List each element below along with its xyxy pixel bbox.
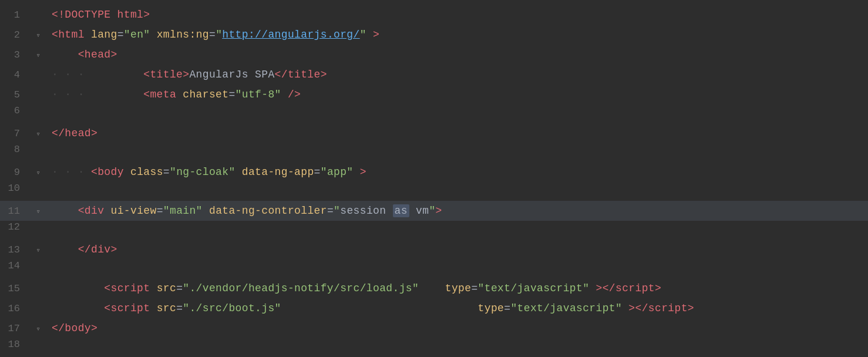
line-number: 8 xyxy=(0,144,29,155)
gutter: ▿ xyxy=(29,32,47,40)
fold-icon[interactable]: ▿ xyxy=(34,247,42,255)
code-content: <title>AngularJs SPA</title> xyxy=(47,65,868,84)
fold-icon[interactable]: ▿ xyxy=(34,208,42,216)
line-number: 18 xyxy=(0,339,29,350)
code-line: 2▿<html lang="en" xmlns:ng="http://angul… xyxy=(0,25,868,45)
gutter: ▿ xyxy=(29,247,47,255)
code-line: 1<!DOCTYPE html> xyxy=(0,5,868,25)
code-line: 16 <script src="./src/boot.js" type="tex… xyxy=(0,298,868,318)
line-number: 9 xyxy=(0,167,29,178)
code-content: <html lang="en" xmlns:ng="http://angular… xyxy=(47,25,868,44)
code-content: </div> xyxy=(47,240,868,259)
code-content: <meta charset="utf-8" /> xyxy=(47,85,868,104)
code-content: <script src="./src/boot.js" type="text/j… xyxy=(47,299,868,318)
line-number: 12 xyxy=(0,221,29,233)
line-number: 14 xyxy=(0,260,29,271)
code-line: 7▿</head> xyxy=(0,123,868,143)
code-line: 11▿ <div ui-view="main" data-ng-controll… xyxy=(0,201,868,221)
line-number: 7 xyxy=(0,128,29,139)
code-content: <head> xyxy=(47,45,868,64)
line-number: 10 xyxy=(0,183,29,194)
code-content: <script src="./vendor/headjs-notify/src/… xyxy=(47,279,868,298)
gutter: ▿ xyxy=(29,52,47,60)
gutter: ▿ xyxy=(29,130,47,139)
fold-icon[interactable]: ▿ xyxy=(34,130,42,139)
code-line: 17▿</body> xyxy=(0,318,868,338)
code-content: <!DOCTYPE html> xyxy=(47,5,868,24)
line-number: 16 xyxy=(0,303,29,314)
line-number: 17 xyxy=(0,323,29,334)
code-line: 15 <script src="./vendor/headjs-notify/s… xyxy=(0,278,868,298)
code-line: 18 xyxy=(0,338,868,357)
line-number: 3 xyxy=(0,49,29,60)
code-line: 5 <meta charset="utf-8" /> xyxy=(0,85,868,105)
code-content: <div ui-view="main" data-ng-controller="… xyxy=(47,201,868,220)
gutter: ▿ xyxy=(29,325,47,334)
code-line: 9▿<body class="ng-cloak" data-ng-app="ap… xyxy=(0,162,868,182)
gutter: ▿ xyxy=(29,169,47,177)
code-editor: 1<!DOCTYPE html>2▿<html lang="en" xmlns:… xyxy=(0,0,868,357)
code-line: 6 xyxy=(0,105,868,123)
fold-icon[interactable]: ▿ xyxy=(34,169,42,177)
code-content: </head> xyxy=(47,124,868,143)
code-content: <body class="ng-cloak" data-ng-app="app"… xyxy=(47,163,868,181)
fold-icon[interactable]: ▿ xyxy=(34,52,42,60)
fold-icon[interactable]: ▿ xyxy=(34,325,42,334)
line-number: 4 xyxy=(0,69,29,80)
line-number: 5 xyxy=(0,89,29,100)
line-number: 6 xyxy=(0,105,29,116)
line-number: 15 xyxy=(0,283,29,294)
fold-icon[interactable]: ▿ xyxy=(34,32,42,40)
code-line: 8 xyxy=(0,143,868,162)
code-line: 3▿ <head> xyxy=(0,45,868,65)
code-line: 4 <title>AngularJs SPA</title> xyxy=(0,65,868,85)
line-number: 1 xyxy=(0,9,29,21)
gutter: ▿ xyxy=(29,208,47,216)
code-content: </body> xyxy=(47,319,868,338)
code-line: 10 xyxy=(0,182,868,201)
line-number: 13 xyxy=(0,244,29,255)
code-line: 12 xyxy=(0,221,868,240)
line-number: 11 xyxy=(0,206,29,217)
code-line: 13▿ </div> xyxy=(0,240,868,260)
code-line: 14 xyxy=(0,260,868,278)
line-number: 2 xyxy=(0,29,29,41)
